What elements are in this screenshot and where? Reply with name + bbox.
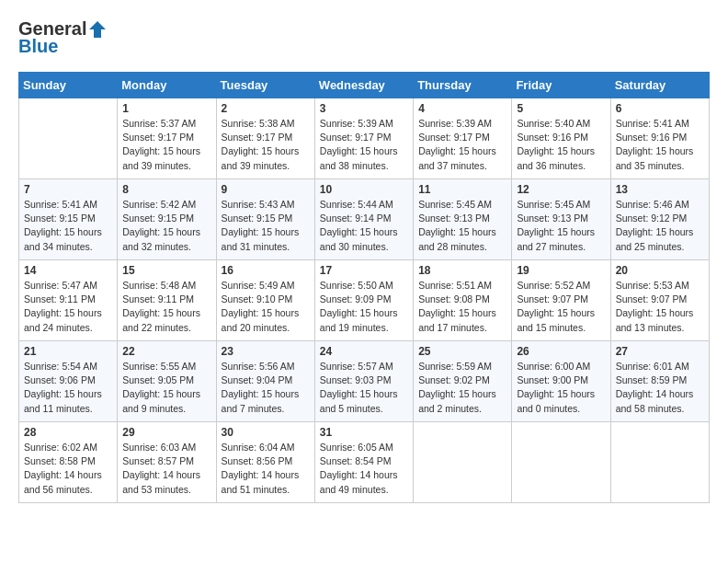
calendar-header-row: SundayMondayTuesdayWednesdayThursdayFrid…	[19, 73, 710, 98]
day-number: 16	[222, 264, 310, 277]
day-number: 26	[517, 345, 605, 358]
cell-info: Sunrise: 5:53 AM Sunset: 9:07 PM Dayligh…	[616, 279, 704, 335]
day-number: 1	[122, 102, 210, 115]
calendar-cell: 12Sunrise: 5:45 AM Sunset: 9:13 PM Dayli…	[512, 179, 610, 260]
logo: General Blue	[18, 18, 107, 57]
day-number: 25	[418, 345, 506, 358]
day-number: 24	[320, 345, 408, 358]
cell-info: Sunrise: 5:44 AM Sunset: 9:14 PM Dayligh…	[320, 198, 408, 254]
calendar-cell: 14Sunrise: 5:47 AM Sunset: 9:11 PM Dayli…	[19, 260, 118, 341]
calendar-cell	[512, 422, 610, 503]
cell-info: Sunrise: 5:48 AM Sunset: 9:11 PM Dayligh…	[122, 279, 210, 335]
calendar-cell	[414, 422, 512, 503]
cell-info: Sunrise: 5:43 AM Sunset: 9:15 PM Dayligh…	[222, 198, 310, 254]
cell-info: Sunrise: 6:04 AM Sunset: 8:56 PM Dayligh…	[222, 441, 310, 497]
cell-info: Sunrise: 5:46 AM Sunset: 9:12 PM Dayligh…	[616, 198, 704, 254]
cell-info: Sunrise: 5:59 AM Sunset: 9:02 PM Dayligh…	[418, 360, 506, 416]
calendar-cell: 16Sunrise: 5:49 AM Sunset: 9:10 PM Dayli…	[216, 260, 314, 341]
calendar-cell: 8Sunrise: 5:42 AM Sunset: 9:15 PM Daylig…	[118, 179, 216, 260]
day-number: 3	[320, 102, 408, 115]
day-number: 23	[222, 345, 310, 358]
calendar-table: SundayMondayTuesdayWednesdayThursdayFrid…	[18, 72, 710, 503]
calendar-cell: 25Sunrise: 5:59 AM Sunset: 9:02 PM Dayli…	[414, 341, 512, 422]
day-number: 20	[616, 264, 704, 277]
cell-info: Sunrise: 5:57 AM Sunset: 9:03 PM Dayligh…	[320, 360, 408, 416]
day-number: 29	[122, 426, 210, 439]
calendar-cell: 24Sunrise: 5:57 AM Sunset: 9:03 PM Dayli…	[314, 341, 413, 422]
cell-info: Sunrise: 5:38 AM Sunset: 9:17 PM Dayligh…	[222, 117, 310, 173]
cell-info: Sunrise: 5:42 AM Sunset: 9:15 PM Dayligh…	[122, 198, 210, 254]
day-number: 2	[222, 102, 310, 115]
cell-info: Sunrise: 6:02 AM Sunset: 8:58 PM Dayligh…	[24, 441, 112, 497]
week-row-5: 28Sunrise: 6:02 AM Sunset: 8:58 PM Dayli…	[19, 422, 710, 503]
cell-info: Sunrise: 5:41 AM Sunset: 9:15 PM Dayligh…	[24, 198, 112, 254]
day-number: 5	[517, 102, 605, 115]
day-number: 9	[222, 183, 310, 196]
cell-info: Sunrise: 5:49 AM Sunset: 9:10 PM Dayligh…	[222, 279, 310, 335]
cell-info: Sunrise: 5:52 AM Sunset: 9:07 PM Dayligh…	[517, 279, 605, 335]
calendar-cell: 13Sunrise: 5:46 AM Sunset: 9:12 PM Dayli…	[610, 179, 709, 260]
calendar-cell: 22Sunrise: 5:55 AM Sunset: 9:05 PM Dayli…	[118, 341, 216, 422]
cell-info: Sunrise: 5:45 AM Sunset: 9:13 PM Dayligh…	[517, 198, 605, 254]
day-number: 10	[320, 183, 408, 196]
cell-info: Sunrise: 5:51 AM Sunset: 9:08 PM Dayligh…	[418, 279, 506, 335]
calendar-cell: 3Sunrise: 5:39 AM Sunset: 9:17 PM Daylig…	[314, 98, 413, 179]
logo-blue-part: Blue	[18, 36, 58, 57]
week-row-4: 21Sunrise: 5:54 AM Sunset: 9:06 PM Dayli…	[19, 341, 710, 422]
calendar-cell: 7Sunrise: 5:41 AM Sunset: 9:15 PM Daylig…	[19, 179, 118, 260]
day-number: 19	[517, 264, 605, 277]
cell-info: Sunrise: 5:40 AM Sunset: 9:16 PM Dayligh…	[517, 117, 605, 173]
cell-info: Sunrise: 5:54 AM Sunset: 9:06 PM Dayligh…	[24, 360, 112, 416]
cell-info: Sunrise: 6:03 AM Sunset: 8:57 PM Dayligh…	[122, 441, 210, 497]
cell-info: Sunrise: 5:50 AM Sunset: 9:09 PM Dayligh…	[320, 279, 408, 335]
calendar-cell: 20Sunrise: 5:53 AM Sunset: 9:07 PM Dayli…	[610, 260, 709, 341]
svg-marker-0	[89, 21, 106, 38]
day-number: 30	[222, 426, 310, 439]
calendar-cell: 6Sunrise: 5:41 AM Sunset: 9:16 PM Daylig…	[610, 98, 709, 179]
day-number: 15	[122, 264, 210, 277]
calendar-cell: 15Sunrise: 5:48 AM Sunset: 9:11 PM Dayli…	[118, 260, 216, 341]
day-number: 17	[320, 264, 408, 277]
day-number: 28	[24, 426, 112, 439]
day-number: 13	[616, 183, 704, 196]
cell-info: Sunrise: 5:39 AM Sunset: 9:17 PM Dayligh…	[320, 117, 408, 173]
day-number: 12	[517, 183, 605, 196]
logo-arrow-icon	[88, 20, 107, 39]
page-header: General Blue	[18, 18, 710, 57]
calendar-cell: 9Sunrise: 5:43 AM Sunset: 9:15 PM Daylig…	[216, 179, 314, 260]
day-number: 31	[320, 426, 408, 439]
day-number: 14	[24, 264, 112, 277]
week-row-3: 14Sunrise: 5:47 AM Sunset: 9:11 PM Dayli…	[19, 260, 710, 341]
calendar-cell: 28Sunrise: 6:02 AM Sunset: 8:58 PM Dayli…	[19, 422, 118, 503]
calendar-cell: 19Sunrise: 5:52 AM Sunset: 9:07 PM Dayli…	[512, 260, 610, 341]
calendar-cell: 21Sunrise: 5:54 AM Sunset: 9:06 PM Dayli…	[19, 341, 118, 422]
calendar-cell: 26Sunrise: 6:00 AM Sunset: 9:00 PM Dayli…	[512, 341, 610, 422]
calendar-cell: 30Sunrise: 6:04 AM Sunset: 8:56 PM Dayli…	[216, 422, 314, 503]
calendar-cell: 17Sunrise: 5:50 AM Sunset: 9:09 PM Dayli…	[314, 260, 413, 341]
calendar-cell: 23Sunrise: 5:56 AM Sunset: 9:04 PM Dayli…	[216, 341, 314, 422]
calendar-cell: 29Sunrise: 6:03 AM Sunset: 8:57 PM Dayli…	[118, 422, 216, 503]
header-tuesday: Tuesday	[216, 73, 314, 98]
header-saturday: Saturday	[610, 73, 709, 98]
cell-info: Sunrise: 5:39 AM Sunset: 9:17 PM Dayligh…	[418, 117, 506, 173]
day-number: 27	[616, 345, 704, 358]
calendar-cell: 4Sunrise: 5:39 AM Sunset: 9:17 PM Daylig…	[414, 98, 512, 179]
header-monday: Monday	[118, 73, 216, 98]
cell-info: Sunrise: 5:41 AM Sunset: 9:16 PM Dayligh…	[616, 117, 704, 173]
day-number: 18	[418, 264, 506, 277]
cell-info: Sunrise: 6:00 AM Sunset: 9:00 PM Dayligh…	[517, 360, 605, 416]
cell-info: Sunrise: 5:47 AM Sunset: 9:11 PM Dayligh…	[24, 279, 112, 335]
calendar-cell: 5Sunrise: 5:40 AM Sunset: 9:16 PM Daylig…	[512, 98, 610, 179]
day-number: 4	[418, 102, 506, 115]
calendar-cell: 31Sunrise: 6:05 AM Sunset: 8:54 PM Dayli…	[314, 422, 413, 503]
calendar-cell: 18Sunrise: 5:51 AM Sunset: 9:08 PM Dayli…	[414, 260, 512, 341]
calendar-cell: 27Sunrise: 6:01 AM Sunset: 8:59 PM Dayli…	[610, 341, 709, 422]
calendar-cell	[610, 422, 709, 503]
cell-info: Sunrise: 5:45 AM Sunset: 9:13 PM Dayligh…	[418, 198, 506, 254]
day-number: 8	[122, 183, 210, 196]
week-row-1: 1Sunrise: 5:37 AM Sunset: 9:17 PM Daylig…	[19, 98, 710, 179]
day-number: 11	[418, 183, 506, 196]
calendar-cell: 2Sunrise: 5:38 AM Sunset: 9:17 PM Daylig…	[216, 98, 314, 179]
header-wednesday: Wednesday	[314, 73, 413, 98]
cell-info: Sunrise: 6:01 AM Sunset: 8:59 PM Dayligh…	[616, 360, 704, 416]
